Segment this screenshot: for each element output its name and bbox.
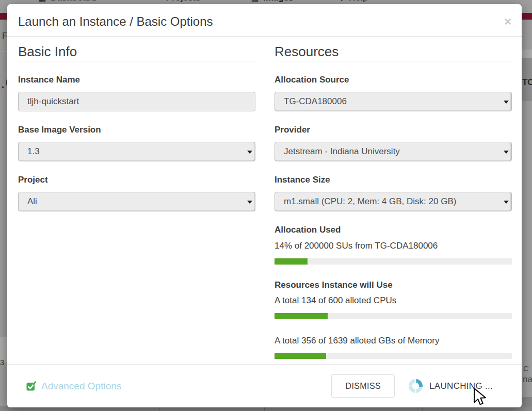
provider-value: Jetstream - Indiana University	[284, 146, 400, 157]
basic-info-section: Basic Info Instance Name tljh-quickstart…	[18, 44, 255, 359]
modal-footer: Advanced Options DISMISS LAUNCHING ...	[7, 364, 522, 407]
chevron-down-icon	[504, 201, 509, 204]
provider-label: Provider	[275, 125, 512, 135]
base-image-version-select[interactable]: 1.3	[18, 142, 255, 161]
modal-header: Launch an Instance / Basic Options ×	[7, 4, 522, 37]
modal-title: Launch an Instance / Basic Options	[18, 14, 511, 29]
background-text-fragment: na	[523, 374, 532, 385]
memory-usage-progress-fill	[275, 353, 326, 359]
nav-label: Dashboard	[51, 0, 96, 3]
cpu-usage-progress-fill	[275, 313, 328, 319]
advanced-options-label: Advanced Options	[41, 381, 121, 392]
chevron-down-icon	[247, 201, 252, 204]
background-button-fragment: TO	[522, 77, 532, 88]
help-circle-icon: ?	[340, 0, 344, 3]
allocation-source-value: TG-CDA180006	[284, 96, 347, 107]
instance-size-value: m1.small (CPU: 2, Mem: 4 GB, Disk: 20 GB…	[284, 196, 456, 207]
instance-size-select[interactable]: m1.small (CPU: 2, Mem: 4 GB, Disk: 20 GB…	[275, 192, 512, 211]
launch-instance-modal: Launch an Instance / Basic Options × Bas…	[7, 4, 522, 407]
cpu-usage-progress	[275, 313, 512, 319]
allocation-used-progress	[275, 258, 512, 265]
dismiss-button[interactable]: DISMISS	[331, 374, 395, 398]
allocation-used-text: 14% of 200000 SUs from TG-CDA180006	[275, 240, 512, 252]
background-band	[522, 50, 532, 58]
allocation-used-progress-fill	[275, 258, 308, 265]
cpu-usage-text: A total 134 of 600 alloted CPUs	[275, 295, 512, 306]
base-image-version-label: Base Image Version	[18, 125, 255, 135]
check-square-icon	[26, 381, 37, 391]
resources-section: Resources Allocation Source TG-CDA180006…	[275, 44, 512, 359]
project-select[interactable]: Ali	[18, 192, 255, 211]
bar-chart-icon: ▦	[39, 0, 46, 3]
nav-item-projects[interactable]: ✎ Projects	[155, 0, 201, 3]
background-divider	[0, 52, 7, 52]
memory-usage-text: A total 356 of 1639 alloted GBs of Memor…	[275, 335, 512, 347]
allocation-source-select[interactable]: TG-CDA180006	[275, 92, 512, 111]
advanced-options-link[interactable]: Advanced Options	[26, 381, 121, 392]
allocation-used-heading: Allocation Used	[275, 225, 512, 235]
mouse-cursor	[474, 388, 487, 407]
project-label: Project	[18, 175, 255, 185]
instance-will-use-heading: Resources Instance will Use	[275, 280, 512, 290]
base-image-version-value: 1.3	[27, 146, 40, 157]
resources-heading: Resources	[275, 44, 512, 61]
modal-body: Basic Info Instance Name tljh-quickstart…	[7, 37, 522, 359]
nav-item-help[interactable]: ? Help	[340, 0, 368, 3]
instance-name-label: Instance Name	[18, 75, 255, 85]
background-text-fragment: C	[523, 364, 529, 373]
chevron-down-icon	[504, 101, 509, 104]
pencil-icon: ✎	[155, 0, 162, 3]
close-icon[interactable]: ×	[504, 15, 511, 28]
allocation-source-label: Allocation Source	[275, 75, 512, 85]
instance-size-label: Instance Size	[275, 175, 512, 185]
chevron-down-icon	[247, 151, 252, 154]
nav-label: Projects	[166, 0, 201, 3]
columns-icon: ▥	[251, 0, 259, 3]
chevron-down-icon	[504, 151, 509, 154]
project-value: Ali	[27, 196, 37, 207]
loading-spinner-icon	[408, 379, 423, 393]
nav-item-images[interactable]: ▥ Images	[251, 0, 294, 3]
nav-item-dashboard[interactable]: ▦ Dashboard	[39, 0, 96, 3]
basic-info-heading: Basic Info	[18, 44, 255, 61]
nav-label: Images	[263, 0, 294, 3]
provider-select[interactable]: Jetstream - Indiana University	[275, 142, 512, 161]
memory-usage-progress	[275, 353, 512, 359]
instance-name-value: tljh-quickstart	[27, 96, 79, 107]
nav-label: Help	[349, 0, 368, 3]
instance-name-input[interactable]: tljh-quickstart	[18, 92, 255, 111]
